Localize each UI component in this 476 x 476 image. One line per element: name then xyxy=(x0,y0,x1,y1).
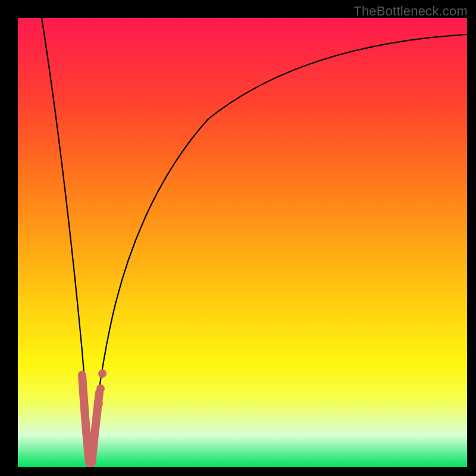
marker-dot xyxy=(96,384,105,393)
marker-dot xyxy=(95,399,103,408)
marker-dot xyxy=(98,369,107,378)
chart-frame: TheBottleneck.com xyxy=(0,0,476,476)
plot-area xyxy=(18,18,467,467)
marker-stroke-left xyxy=(82,375,89,463)
bottleneck-right-branch xyxy=(90,35,467,465)
curve-layer xyxy=(18,18,467,467)
watermark-text: TheBottleneck.com xyxy=(353,4,468,19)
